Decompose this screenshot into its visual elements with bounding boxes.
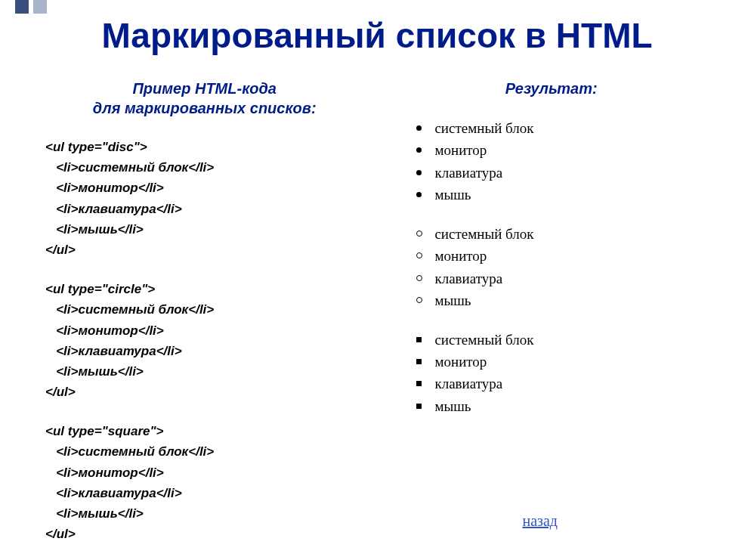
result-list-circle: системный блок монитор клавиатура мышь	[394, 223, 709, 312]
result-column: Результат: системный блок монитор клавиа…	[363, 79, 709, 560]
code-block-square: <ul type="square"> <li>системный блок</l…	[45, 421, 363, 544]
accent-square-icon	[33, 0, 47, 14]
list-item: мышь	[416, 184, 709, 206]
result-subtitle: Результат:	[394, 79, 709, 98]
back-link[interactable]: назад	[522, 512, 558, 530]
content-area: Пример HTML-кода для маркированных списк…	[0, 79, 754, 560]
code-line: <li>монитор</li>	[45, 178, 363, 198]
code-line: <li>системный блок</li>	[45, 299, 363, 320]
code-line: <li>мышь</li>	[45, 503, 363, 524]
code-line: <li>мышь</li>	[45, 219, 363, 240]
subtitle-line: Пример HTML-кода	[132, 80, 277, 97]
result-list-square: системный блок монитор клавиатура мышь	[394, 329, 709, 418]
code-line: <li>системный блок</li>	[45, 441, 363, 462]
list-item: мышь	[416, 395, 709, 417]
list-item: системный блок	[416, 329, 709, 351]
list-item: монитор	[416, 139, 709, 161]
code-column: Пример HTML-кода для маркированных списк…	[45, 79, 363, 560]
subtitle-line: для маркированных списков:	[93, 100, 317, 116]
code-line: <li>клавиатура</li>	[45, 483, 363, 503]
list-item: клавиатура	[416, 373, 709, 394]
result-list-disc: системный блок монитор клавиатура мышь	[394, 117, 709, 206]
code-line: <li>клавиатура</li>	[45, 199, 363, 219]
accent-decoration	[15, 0, 47, 14]
code-subtitle: Пример HTML-кода для маркированных списк…	[45, 79, 363, 118]
code-line: <ul type="circle">	[45, 279, 363, 299]
list-item: монитор	[416, 245, 709, 267]
code-line: <li>клавиатура</li>	[45, 341, 363, 361]
code-line: <ul type="disc">	[45, 137, 363, 157]
code-line: </ul>	[45, 524, 363, 544]
list-item: клавиатура	[416, 268, 709, 289]
code-line: <li>монитор</li>	[45, 320, 363, 341]
code-line: <li>монитор</li>	[45, 463, 363, 483]
code-line: </ul>	[45, 240, 363, 260]
page-title: Маркированный список в HTML	[0, 15, 754, 56]
list-item: монитор	[416, 351, 709, 373]
list-item: системный блок	[416, 117, 709, 139]
list-item: мышь	[416, 289, 709, 311]
code-line: <ul type="square">	[45, 421, 363, 441]
code-line: </ul>	[45, 382, 363, 402]
accent-square-icon	[15, 0, 29, 14]
code-block-disc: <ul type="disc"> <li>системный блок</li>…	[45, 137, 363, 260]
code-line: <li>мышь</li>	[45, 361, 363, 382]
code-block-circle: <ul type="circle"> <li>системный блок</l…	[45, 279, 363, 402]
list-item: системный блок	[416, 223, 709, 245]
code-line: <li>системный блок</li>	[45, 157, 363, 178]
list-item: клавиатура	[416, 162, 709, 184]
